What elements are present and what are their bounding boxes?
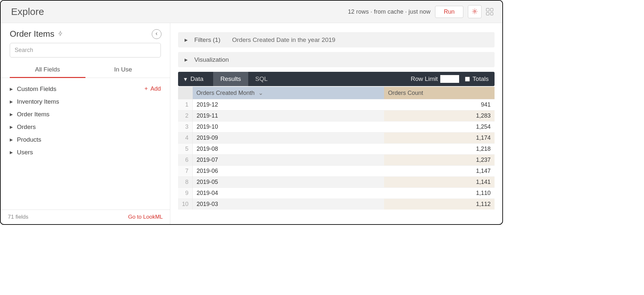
row-number: 3 [178,122,193,133]
dimension-cell[interactable]: 2019-10 [193,122,384,133]
header-bar: Explore 12 rows · from cache · just now … [1,1,502,23]
dimension-header-label: Orders Created Month [197,90,255,96]
settings-button[interactable] [468,5,482,18]
visualization-panel[interactable]: ▸ Visualization [178,52,495,67]
measure-cell[interactable]: 1,141 [384,177,495,188]
collapse-sidebar-button[interactable] [152,29,161,39]
dimension-cell[interactable]: 2019-05 [193,177,384,188]
run-button[interactable]: Run [435,6,463,18]
add-custom-field-link[interactable]: +Add [144,85,161,92]
measure-cell[interactable]: 1,254 [384,122,495,133]
dimension-cell[interactable]: 2019-07 [193,155,384,166]
caret-right-icon: ▸ [10,85,17,93]
data-bar-title: Data [190,75,203,83]
measure-cell[interactable]: 1,112 [384,199,495,210]
field-group-label: Order Items [17,111,49,118]
field-group[interactable]: ▸Users [10,146,161,159]
caret-right-icon: ▸ [10,98,17,105]
caret-right-icon: ▸ [10,123,17,131]
table-row: 72019-061,147 [178,166,495,177]
field-group-label: Custom Fields [17,85,56,93]
data-table-wrap: Orders Created Month ⌄ Orders Count 1201… [178,87,495,224]
dimension-cell[interactable]: 2019-12 [193,99,384,110]
svg-point-0 [474,10,475,12]
dimension-cell[interactable]: 2019-06 [193,166,384,177]
tab-sql[interactable]: SQL [248,72,275,86]
table-row: 52019-081,218 [178,144,495,155]
search-wrap [1,43,170,63]
totals-label: Totals [472,75,489,83]
plus-icon: + [144,85,148,92]
explore-name: Order Items [10,29,54,39]
dimension-cell[interactable]: 2019-08 [193,144,384,155]
caret-right-icon: ▸ [185,56,188,63]
row-limit-label: Row Limit [411,75,438,83]
dimension-cell[interactable]: 2019-03 [193,199,384,210]
filters-panel[interactable]: ▸ Filters (1) Orders Created Date in the… [178,32,495,47]
dimension-header[interactable]: Orders Created Month ⌄ [193,87,384,99]
table-row: 92019-041,110 [178,188,495,199]
measure-header-label: Orders Count [388,90,423,96]
field-group[interactable]: ▸Custom Fields+Add [10,83,161,95]
dimension-cell[interactable]: 2019-09 [193,133,384,144]
table-row: 62019-071,237 [178,155,495,166]
body: Order Items All Fie [1,23,502,224]
table-row: 32019-101,254 [178,122,495,133]
row-limit-input[interactable] [440,75,459,83]
totals-checkbox[interactable] [465,77,470,82]
field-group[interactable]: ▸Products [10,133,161,146]
row-number: 8 [178,177,193,188]
row-number: 6 [178,155,193,166]
measure-cell[interactable]: 1,174 [384,133,495,144]
caret-down-icon[interactable]: ▾ [184,75,187,83]
measure-cell[interactable]: 1,237 [384,155,495,166]
dimension-cell[interactable]: 2019-11 [193,110,384,122]
dimension-cell[interactable]: 2019-04 [193,188,384,199]
caret-right-icon: ▸ [10,148,17,156]
filters-summary: Orders Created Date in the year 2019 [232,36,335,44]
measure-cell[interactable]: 1,283 [384,110,495,122]
table-row: 22019-111,283 [178,110,495,122]
header-right: 12 rows · from cache · just now Run [348,5,493,18]
measure-cell[interactable]: 1,147 [384,166,495,177]
caret-right-icon: ▸ [10,136,17,143]
measure-header[interactable]: Orders Count [384,87,495,99]
field-group[interactable]: ▸Orders [10,121,161,133]
field-count: 71 fields [8,214,28,220]
caret-right-icon: ▸ [185,36,188,44]
row-number: 2 [178,110,193,122]
query-status: 12 rows · from cache · just now [348,8,431,15]
row-number: 10 [178,199,193,210]
rownum-header [178,87,193,99]
data-table: Orders Created Month ⌄ Orders Count 1201… [178,87,495,210]
caret-right-icon: ▸ [10,110,17,118]
field-group-label: Users [17,149,33,156]
app-window: Explore 12 rows · from cache · just now … [0,0,503,225]
measure-cell[interactable]: 1,110 [384,188,495,199]
dashboard-grid-icon[interactable] [486,8,493,15]
table-row: 102019-031,112 [178,199,495,210]
gear-icon [471,8,478,16]
field-group-label: Orders [17,123,36,131]
row-number: 9 [178,188,193,199]
field-group[interactable]: ▸Inventory Items [10,95,161,108]
measure-cell[interactable]: 1,218 [384,144,495,155]
field-tabs: All Fields In Use [1,63,170,78]
lightning-icon [58,29,63,39]
sort-desc-icon: ⌄ [258,90,263,96]
tab-results[interactable]: Results [213,72,248,86]
field-picker-sidebar: Order Items All Fie [1,23,170,224]
row-number: 1 [178,99,193,110]
search-input[interactable] [10,43,161,58]
tab-all-fields[interactable]: All Fields [10,63,85,78]
go-to-lookml-link[interactable]: Go to LookML [128,214,163,220]
field-group-list: ▸Custom Fields+Add▸Inventory Items▸Order… [1,78,170,210]
field-group[interactable]: ▸Order Items [10,108,161,121]
chevron-left-icon [155,31,159,37]
tab-in-use[interactable]: In Use [85,63,161,78]
field-group-label: Products [17,136,41,143]
measure-cell[interactable]: 941 [384,99,495,110]
page-title: Explore [11,6,44,17]
row-number: 4 [178,133,193,144]
main-panel: ▸ Filters (1) Orders Created Date in the… [170,23,502,224]
